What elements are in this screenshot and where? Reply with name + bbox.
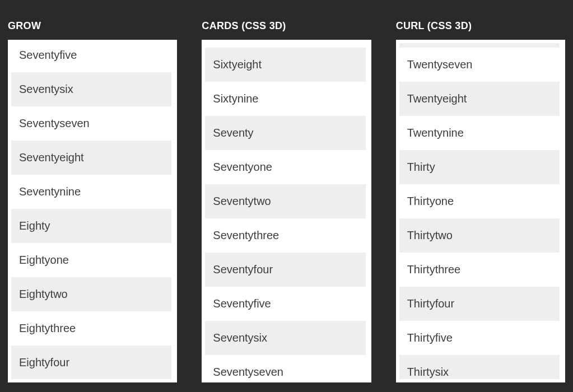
list-item[interactable]: Eightyfour <box>11 346 171 379</box>
list-item[interactable]: Eighty <box>11 209 171 243</box>
list-inner: OneTwoThreeFourFiveSixSevenEightNineTenE… <box>205 43 365 379</box>
list-item[interactable]: Seventyone <box>205 150 365 184</box>
list-scroll[interactable]: OneTwoThreeFourFiveSixSevenEightNineTenE… <box>399 43 560 379</box>
list-item[interactable]: Twentyeight <box>399 82 560 116</box>
list-item[interactable]: Seventyfive <box>11 43 171 72</box>
list-item[interactable]: Seventytwo <box>205 184 365 218</box>
list-item[interactable]: Eightyone <box>11 243 171 277</box>
list-item[interactable]: Eightythree <box>11 311 171 346</box>
list-item[interactable]: Seventyfour <box>205 253 365 287</box>
list-item[interactable]: Twentyseven <box>399 48 560 82</box>
list-item[interactable]: Seventyfive <box>205 287 365 321</box>
panel-title: GROW <box>8 0 177 40</box>
list-scroll[interactable]: OneTwoThreeFourFiveSixSevenEightNineTenE… <box>205 43 365 379</box>
list-item[interactable]: Thirtythree <box>399 253 560 287</box>
list-item[interactable]: Eightytwo <box>11 277 171 311</box>
panel-title: CURL (CSS 3D) <box>396 0 565 40</box>
list-item[interactable]: Seventythree <box>205 218 365 253</box>
list-scroll[interactable]: OneTwoThreeFourFiveSixSevenEightNineTenE… <box>11 43 171 379</box>
column-0: GROWOneTwoThreeFourFiveSixSevenEightNine… <box>8 0 177 382</box>
panel-columns: GROWOneTwoThreeFourFiveSixSevenEightNine… <box>8 0 565 382</box>
list-inner: OneTwoThreeFourFiveSixSevenEightNineTenE… <box>399 43 560 379</box>
list-panel: OneTwoThreeFourFiveSixSevenEightNineTenE… <box>202 40 371 382</box>
list-inner: OneTwoThreeFourFiveSixSevenEightNineTenE… <box>11 43 171 379</box>
list-item[interactable]: Sixtyeight <box>205 48 365 82</box>
list-item[interactable]: Twentysix <box>399 43 560 48</box>
list-item[interactable]: Thirtysix <box>399 355 560 379</box>
list-item[interactable]: Seventyseven <box>205 355 365 379</box>
column-2: CURL (CSS 3D)OneTwoThreeFourFiveSixSeven… <box>396 0 565 382</box>
list-item[interactable]: Thirtyfive <box>399 321 560 355</box>
list-item[interactable]: Seventysix <box>205 321 365 355</box>
list-item[interactable]: Sixtyseven <box>205 43 365 48</box>
list-item[interactable]: Thirtyone <box>399 184 560 218</box>
panel-title: CARDS (CSS 3D) <box>202 0 371 40</box>
list-panel: OneTwoThreeFourFiveSixSevenEightNineTenE… <box>8 40 177 382</box>
list-item[interactable]: Thirtytwo <box>399 218 560 253</box>
list-item[interactable]: Seventysix <box>11 72 171 106</box>
list-item[interactable]: Seventyseven <box>11 106 171 141</box>
list-item[interactable]: Twentynine <box>399 116 560 150</box>
list-panel: OneTwoThreeFourFiveSixSevenEightNineTenE… <box>396 40 565 382</box>
list-item[interactable]: Thirty <box>399 150 560 184</box>
list-item[interactable]: Seventy <box>205 116 365 150</box>
column-1: CARDS (CSS 3D)OneTwoThreeFourFiveSixSeve… <box>202 0 371 382</box>
list-item[interactable]: Seventyeight <box>11 141 171 175</box>
list-item[interactable]: Seventynine <box>11 175 171 209</box>
list-item[interactable]: Sixtynine <box>205 82 365 116</box>
list-item[interactable]: Thirtyfour <box>399 287 560 321</box>
